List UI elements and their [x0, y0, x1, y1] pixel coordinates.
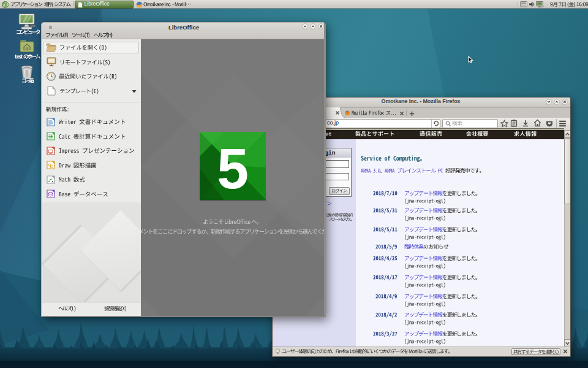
- svg-text:5: 5: [217, 137, 249, 201]
